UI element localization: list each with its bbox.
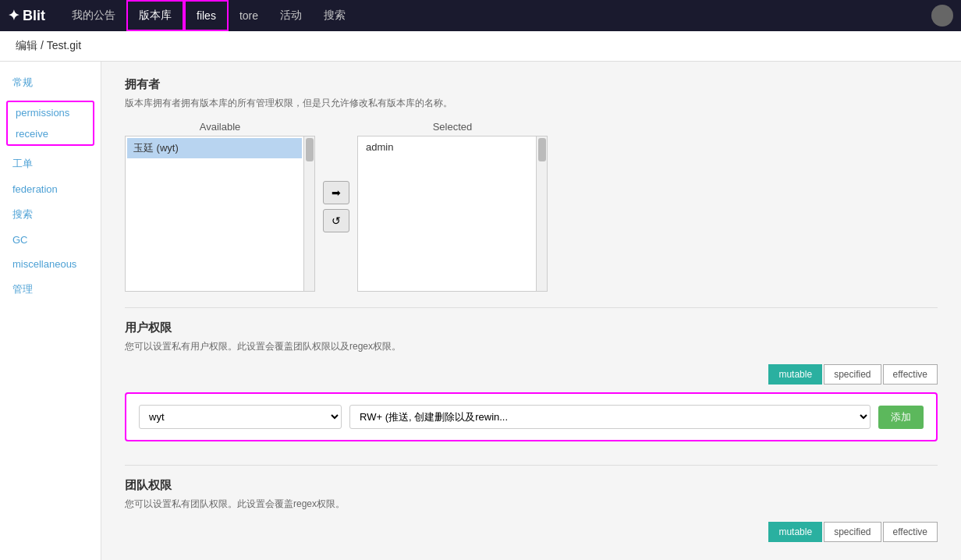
team-perm-header-buttons: mutable specified effective xyxy=(125,522,938,542)
team-mutable-button[interactable]: mutable xyxy=(768,522,822,542)
nav-item-repos[interactable]: 版本库 xyxy=(126,0,184,31)
team-perm-desc: 您可以设置私有团队权限。此设置会覆盖regex权限。 xyxy=(125,498,938,511)
sidebar-item-admin[interactable]: 管理 xyxy=(0,276,101,303)
move-left-button[interactable]: ↺ xyxy=(323,209,349,232)
selected-list[interactable]: admin xyxy=(357,136,537,292)
perm-level-select[interactable]: RW+ (推送, 创建删除以及rewin... RW (推送) R (只读) xyxy=(349,405,871,429)
nav-item-search[interactable]: 搜索 xyxy=(313,0,356,31)
nav-item-store[interactable]: tore xyxy=(229,0,269,31)
user-permissions-section: 用户权限 您可以设置私有用户权限。此设置会覆盖团队权限以及regex权限。 mu… xyxy=(125,321,938,441)
breadcrumb-repo[interactable]: Test.git xyxy=(47,39,81,51)
user-add-perm-row: wyt admin RW+ (推送, 创建删除以及rewin... RW (推送… xyxy=(125,392,938,441)
logo-icon: ✦ xyxy=(8,7,20,24)
owner-section-desc: 版本库拥有者拥有版本库的所有管理权限，但是只允许修改私有版本库的名称。 xyxy=(125,97,938,110)
team-permissions-section: 团队权限 您可以设置私有团队权限。此设置会覆盖regex权限。 mutable … xyxy=(125,478,938,542)
sidebar-item-federation[interactable]: federation xyxy=(0,177,101,201)
breadcrumb: 编辑 / Test.git xyxy=(0,31,961,62)
team-specified-button[interactable]: specified xyxy=(824,522,881,542)
selected-label: Selected xyxy=(357,121,548,133)
breadcrumb-prefix: 编辑 / xyxy=(16,39,47,51)
add-user-perm-button[interactable]: 添加 xyxy=(878,406,924,429)
available-list[interactable]: 玉廷 (wyt) xyxy=(125,136,304,292)
team-perm-title: 团队权限 xyxy=(125,478,938,493)
section-divider-2 xyxy=(125,465,938,466)
available-label: Available xyxy=(125,121,315,133)
content-area: 拥有者 版本库拥有者拥有版本库的所有管理权限，但是只允许修改私有版本库的名称。 … xyxy=(101,62,961,560)
user-effective-button[interactable]: effective xyxy=(883,364,938,385)
user-perm-desc: 您可以设置私有用户权限。此设置会覆盖团队权限以及regex权限。 xyxy=(125,340,938,353)
logo-text: Blit xyxy=(23,8,45,24)
nav-item-dashboard[interactable]: 我的公告 xyxy=(61,0,126,31)
list-item[interactable]: admin xyxy=(360,138,534,156)
owner-transfer: Available 玉廷 (wyt) ➡ ↺ xyxy=(125,121,938,292)
owner-section-title: 拥有者 xyxy=(125,77,938,92)
user-perm-title: 用户权限 xyxy=(125,321,938,335)
nav-item-activity[interactable]: 活动 xyxy=(269,0,313,31)
sidebar-item-gc[interactable]: GC xyxy=(0,228,101,252)
nav-item-files[interactable]: files xyxy=(184,0,229,31)
sidebar-item-issues[interactable]: 工单 xyxy=(0,151,101,177)
user-select[interactable]: wyt admin xyxy=(139,405,342,429)
list-item[interactable]: 玉廷 (wyt) xyxy=(127,138,302,158)
sidebar-item-receive[interactable]: receive xyxy=(8,123,93,144)
user-avatar[interactable] xyxy=(931,5,953,27)
user-perm-header-buttons: mutable specified effective xyxy=(125,364,938,385)
user-mutable-button[interactable]: mutable xyxy=(768,364,822,385)
sidebar: 常规 permissions receive 工单 federation 搜索 … xyxy=(0,62,101,560)
user-specified-button[interactable]: specified xyxy=(824,364,881,385)
sidebar-group-permissions: permissions receive xyxy=(6,101,94,146)
sidebar-item-search[interactable]: 搜索 xyxy=(0,201,101,228)
sidebar-item-permissions[interactable]: permissions xyxy=(8,102,93,123)
available-box: Available 玉廷 (wyt) xyxy=(125,121,315,292)
nav-links: 我的公告 版本库 files tore 活动 搜索 xyxy=(61,0,931,31)
logo[interactable]: ✦ Blit xyxy=(8,7,45,24)
top-navigation: ✦ Blit 我的公告 版本库 files tore 活动 搜索 xyxy=(0,0,961,31)
team-effective-button[interactable]: effective xyxy=(883,522,938,542)
section-divider-1 xyxy=(125,307,938,308)
scrollbar-thumb-2[interactable] xyxy=(538,138,546,161)
main-layout: 常规 permissions receive 工单 federation 搜索 … xyxy=(0,62,961,560)
scrollbar-thumb[interactable] xyxy=(306,138,314,161)
move-right-button[interactable]: ➡ xyxy=(323,181,349,204)
sidebar-item-general[interactable]: 常规 xyxy=(0,69,101,96)
sidebar-item-misc[interactable]: miscellaneous xyxy=(0,252,101,276)
selected-box: Selected admin xyxy=(357,121,548,292)
transfer-buttons: ➡ ↺ xyxy=(323,181,349,232)
